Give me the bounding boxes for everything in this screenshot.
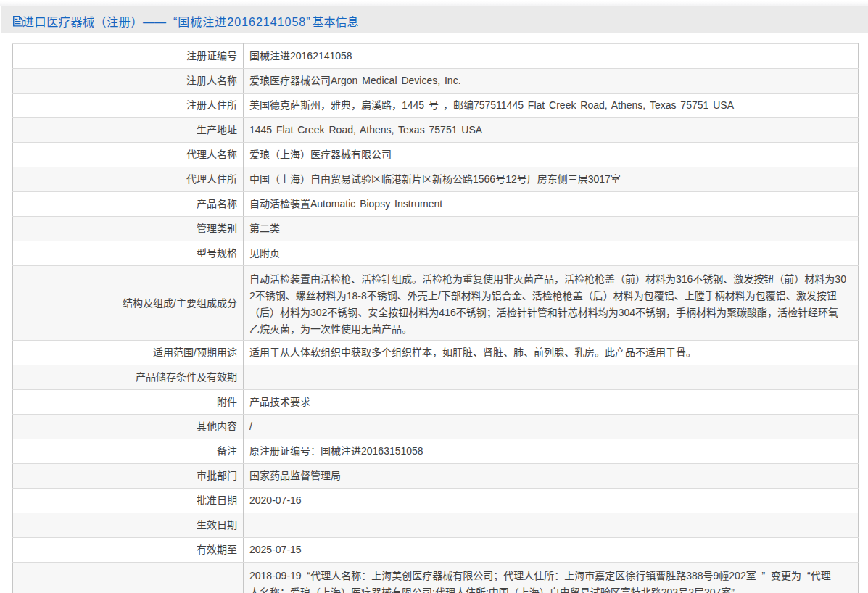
row-value: 自动活检装置由活检枪、活检针组成。活检枪为重复使用非灭菌产品，活检枪枪盖（前）材… [244, 266, 859, 341]
row-value-line: 自动活检装置由活检枪、活检针组成。活检枪为重复使用非灭菌产品，活检枪枪盖（前）材… [249, 271, 851, 288]
title-suffix: 基本信息 [313, 16, 359, 28]
table-row: 附件产品技术要求 [13, 390, 859, 415]
table-row: 审批部门国家药品监督管理局 [13, 464, 859, 489]
registration-table-body: 注册证编号国械注进20162141058注册人名称爱琅医疗器械公司Argon M… [13, 44, 859, 593]
table-row: 管理类别第二类 [13, 217, 859, 241]
row-value: 自动活检装置Automatic Biopsy Instrument [244, 192, 859, 217]
row-label: 注册证编号 [13, 44, 244, 69]
table-row: 注册证编号国械注进20162141058 [13, 44, 859, 69]
row-label: 附件 [13, 390, 244, 415]
document-icon [13, 16, 23, 30]
table-row: 其他内容/ [13, 415, 859, 439]
row-value-line: （后）材料为302不锈钢、安全按钮材料为416不锈钢；活检针针管和针芯材料均为3… [249, 304, 851, 321]
table-row: 型号规格见附页 [13, 241, 859, 266]
table-row: 代理人名称爱琅（上海）医疗器械有限公司 [13, 143, 859, 167]
row-label: 适用范围/预期用途 [13, 341, 244, 365]
row-label: 有效期至 [13, 538, 244, 563]
page-title: 进口医疗器械（注册）——“国械注进20162141058”基本信息 [12, 12, 359, 30]
table-row: 注册人住所美国德克萨斯州，雅典，扁溪路，1445 号 ，邮编757511445 … [13, 94, 859, 118]
row-value-line: 乙烷灭菌，为一次性使用无菌产品。 [249, 321, 851, 338]
row-label: 审批部门 [13, 464, 244, 489]
row-label: 代理人住所 [13, 167, 244, 192]
row-value-line: 2不锈钢、螺丝材料为18-8不锈钢、外壳上/下部材料为铝合金、活检枪枪盖（后）材… [249, 288, 851, 304]
row-value: 2018-09-19 “代理人名称：上海美创医疗器械有限公司；代理人住所：上海市… [244, 563, 859, 593]
row-label: 注册人住所 [13, 94, 244, 118]
table-row: 生产地址1445 Flat Creek Road, Athens, Texas … [13, 118, 859, 143]
row-value: 产品技术要求 [244, 390, 859, 415]
title-cert-number: “国械注进20162141058” [173, 16, 311, 28]
row-value: 2020-07-16 [244, 489, 859, 513]
row-value: 见附页 [244, 241, 859, 266]
table-row: 有效期至2025-07-15 [13, 538, 859, 563]
row-label: 产品名称 [13, 192, 244, 217]
row-label: 型号规格 [13, 241, 244, 266]
table-row: 产品储存条件及有效期 [13, 365, 859, 390]
row-value-line: 2018-09-19 “代理人名称：上海美创医疗器械有限公司；代理人住所：上海市… [249, 568, 851, 584]
row-value: 1445 Flat Creek Road, Athens, Texas 7575… [244, 118, 859, 143]
table-row: 2018-09-19 “代理人名称：上海美创医疗器械有限公司；代理人住所：上海市… [13, 563, 859, 593]
title-section: 进口医疗器械（注册） [22, 16, 143, 28]
table-row: 备注原注册证编号：国械注进20163151058 [13, 439, 859, 464]
row-label [13, 563, 244, 593]
page-header: 进口医疗器械（注册）——“国械注进20162141058”基本信息 [1, 6, 868, 33]
table-row: 代理人住所中国（上海）自由贸易试验区临港新片区新杨公路1566号12号厂房东侧三… [13, 167, 859, 192]
row-value [244, 513, 859, 538]
row-value: 国家药品监督管理局 [244, 464, 859, 489]
title-dash: —— [143, 16, 166, 28]
row-value: 第二类 [244, 217, 859, 241]
row-label: 备注 [13, 439, 244, 464]
row-value: 爱琅医疗器械公司Argon Medical Devices, Inc. [244, 69, 859, 94]
table-row: 注册人名称爱琅医疗器械公司Argon Medical Devices, Inc. [13, 69, 859, 94]
table-row: 批准日期2020-07-16 [13, 489, 859, 513]
row-value: 爱琅（上海）医疗器械有限公司 [244, 143, 859, 167]
row-label: 代理人名称 [13, 143, 244, 167]
row-value: 2025-07-15 [244, 538, 859, 563]
table-row: 结构及组成/主要组成成分自动活检装置由活检枪、活检针组成。活检枪为重复使用非灭菌… [13, 266, 859, 341]
row-value: 适用于从人体软组织中获取多个组织样本，如肝脏、肾脏、肺、前列腺、乳房。此产品不适… [244, 341, 859, 365]
row-label: 结构及组成/主要组成成分 [13, 266, 244, 341]
row-label: 其他内容 [13, 415, 244, 439]
row-value: / [244, 415, 859, 439]
row-label: 管理类别 [13, 217, 244, 241]
row-label: 注册人名称 [13, 69, 244, 94]
row-label: 批准日期 [13, 489, 244, 513]
table-row: 适用范围/预期用途适用于从人体软组织中获取多个组织样本，如肝脏、肾脏、肺、前列腺… [13, 341, 859, 365]
row-value: 国械注进20162141058 [244, 44, 859, 69]
row-label: 生产地址 [13, 118, 244, 143]
row-value: 原注册证编号：国械注进20163151058 [244, 439, 859, 464]
page-left-edge [1, 0, 1, 593]
row-label: 生效日期 [13, 513, 244, 538]
registration-info-table: 注册证编号国械注进20162141058注册人名称爱琅医疗器械公司Argon M… [12, 43, 859, 593]
table-row: 生效日期 [13, 513, 859, 538]
row-value-line: 人名称：爱琅（上海）医疗器械有限公司;代理人住所:中国（上海）自由贸易试验区富特… [249, 584, 851, 593]
row-value [244, 365, 859, 390]
row-label: 产品储存条件及有效期 [13, 365, 244, 390]
row-value: 美国德克萨斯州，雅典，扁溪路，1445 号 ，邮编757511445 Flat … [244, 94, 859, 118]
row-value: 中国（上海）自由贸易试验区临港新片区新杨公路1566号12号厂房东侧三层3017… [244, 167, 859, 192]
table-row: 产品名称自动活检装置Automatic Biopsy Instrument [13, 192, 859, 217]
